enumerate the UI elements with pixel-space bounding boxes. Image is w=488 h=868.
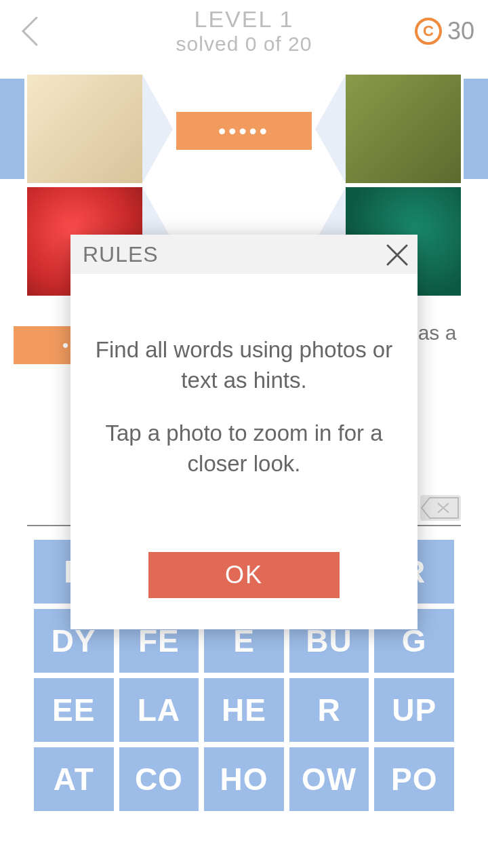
modal-title: RULES [83, 242, 159, 267]
header: LEVEL 1 solved 0 of 20 C 30 [0, 0, 488, 61]
backspace-button[interactable] [420, 495, 461, 521]
letter-tile[interactable]: HO [204, 747, 284, 811]
level-progress: solved 0 of 20 [176, 33, 312, 56]
letter-tile[interactable]: R [289, 678, 369, 742]
level-title: LEVEL 1 [176, 6, 312, 33]
edge-strip [0, 79, 24, 179]
letter-tile[interactable]: UP [374, 678, 454, 742]
letter-tile[interactable]: CO [119, 747, 199, 811]
photo-baby[interactable] [27, 75, 142, 183]
arrow-left-icon [312, 75, 346, 183]
modal-body: Find all words using photos or text as h… [70, 274, 418, 552]
ok-button[interactable]: OK [148, 552, 340, 598]
modal-header: RULES [70, 235, 418, 274]
coin-counter[interactable]: C 30 [415, 17, 474, 45]
letter-tile[interactable]: HE [204, 678, 284, 742]
rules-modal: RULES Find all words using photos or tex… [70, 235, 418, 629]
coin-icon: C [415, 18, 442, 45]
letter-tile[interactable]: EE [34, 678, 114, 742]
photo-frogs[interactable] [346, 75, 461, 183]
close-button[interactable] [384, 241, 411, 269]
modal-text-2: Tap a photo to zoom in for a closer look… [91, 418, 397, 479]
back-button[interactable] [14, 14, 47, 47]
puzzle-row-1: ••••• [0, 75, 488, 183]
level-info: LEVEL 1 solved 0 of 20 [176, 6, 312, 56]
letter-tile[interactable]: AT [34, 747, 114, 811]
coin-count: 30 [447, 17, 474, 45]
modal-text-1: Find all words using photos or text as h… [91, 335, 397, 395]
answer-slot-1[interactable]: ••••• [176, 112, 312, 150]
edge-strip [464, 79, 488, 179]
arrow-right-icon [142, 75, 176, 183]
letter-tile[interactable]: PO [374, 747, 454, 811]
letter-tile[interactable]: OW [289, 747, 369, 811]
letter-tile[interactable]: LA [119, 678, 199, 742]
